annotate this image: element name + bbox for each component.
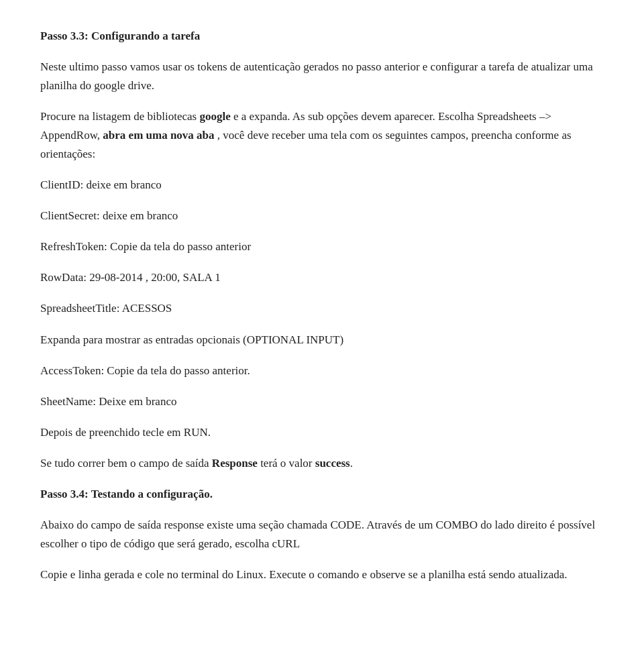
field-optional-input: Expanda para mostrar as entradas opciona…: [40, 331, 604, 349]
para2-bold-nova-aba: abra em uma nova aba: [103, 129, 214, 142]
field-clientid: ClientID: deixe em branco: [40, 176, 604, 195]
field-spreadsheettitle: SpreadsheetTitle: ACESSOS: [40, 299, 604, 318]
para-success: Se tudo correr bem o campo de saída Resp…: [40, 454, 604, 473]
main-content: Passo 3.3: Configurando a tarefa Neste u…: [40, 27, 604, 584]
para4-suffix2: .: [350, 457, 353, 470]
para4-bold-success: success: [315, 457, 350, 470]
field-accesstoken: AccessToken: Copie da tela do passo ante…: [40, 362, 604, 380]
para2-bold-google: google: [199, 110, 230, 123]
field-refreshtoken: RefreshToken: Copie da tela do passo ant…: [40, 237, 604, 256]
para-run: Depois de preenchido tecle em RUN.: [40, 423, 604, 442]
para4-suffix: terá o valor: [258, 457, 315, 470]
field-clientsecret: ClientSecret: deixe em branco: [40, 207, 604, 225]
field-rowdata: RowData: 29-08-2014 , 20:00, SALA 1: [40, 268, 604, 287]
para-instructions: Procure na listagem de bibliotecas googl…: [40, 107, 604, 164]
para-terminal: Copie e linha gerada e cole no terminal …: [40, 565, 604, 584]
para2-prefix-text: Procure na listagem de bibliotecas: [40, 110, 199, 123]
para4-bold-response: Response: [212, 457, 258, 470]
heading-step-3-3: Passo 3.3: Configurando a tarefa: [40, 27, 604, 46]
para-code-section: Abaixo do campo de saída response existe…: [40, 516, 604, 553]
field-sheetname: SheetName: Deixe em branco: [40, 392, 604, 411]
para4-prefix: Se tudo correr bem o campo de saída: [40, 457, 212, 470]
para-intro: Neste ultimo passo vamos usar os tokens …: [40, 58, 604, 95]
heading-step-3-4: Passo 3.4: Testando a configuração.: [40, 485, 604, 504]
